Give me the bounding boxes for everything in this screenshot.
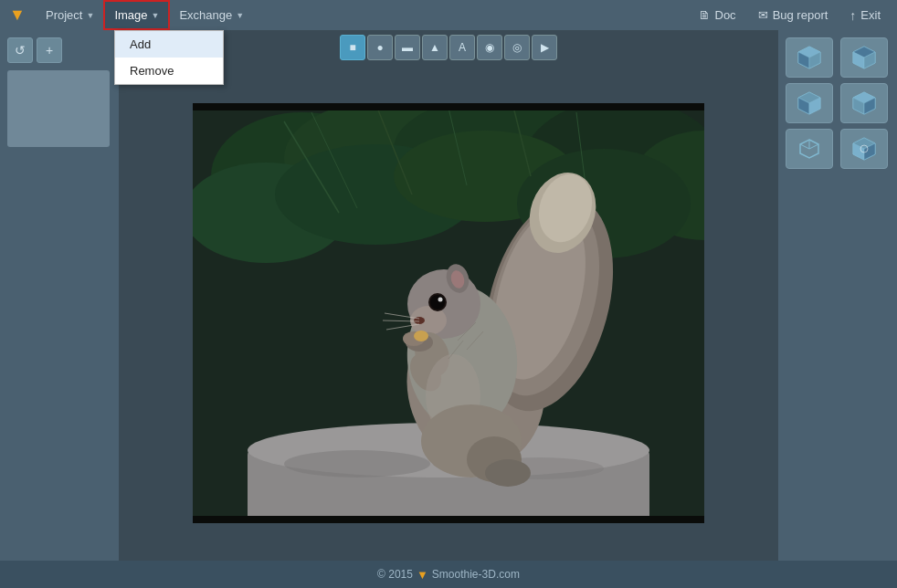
rotate-button[interactable]: ↺ xyxy=(7,37,33,63)
svg-point-32 xyxy=(430,295,445,310)
image-display-area xyxy=(119,65,778,561)
add-icon: + xyxy=(46,43,53,58)
footer-logo-icon: ▼ xyxy=(417,568,428,582)
tool-dot1[interactable]: ◉ xyxy=(477,35,502,60)
thumbnail-preview xyxy=(7,70,110,147)
svg-rect-52 xyxy=(193,516,704,523)
image-arrow: ▼ xyxy=(152,11,160,20)
add-layer-button[interactable]: + xyxy=(37,37,62,63)
cube-grid xyxy=(786,37,890,169)
svg-line-71 xyxy=(809,144,818,149)
project-arrow: ▼ xyxy=(86,11,94,20)
svg-point-33 xyxy=(438,297,443,301)
exchange-menu[interactable]: Exchange ▼ xyxy=(170,0,253,30)
cube-view-5[interactable] xyxy=(786,129,833,169)
menubar: ▼ Project ▼ Image ▼ Exchange ▼ 🗎 Doc ✉ B… xyxy=(0,0,897,30)
tool-square[interactable]: ■ xyxy=(340,35,365,60)
tool-text[interactable]: A xyxy=(449,35,475,60)
exchange-arrow: ▼ xyxy=(236,11,244,20)
tool-arrow[interactable]: ▶ xyxy=(532,35,557,60)
doc-icon: 🗎 xyxy=(699,8,711,22)
footer-copyright: © 2015 xyxy=(377,568,413,581)
svg-rect-51 xyxy=(193,103,704,110)
app-logo: ▼ xyxy=(7,5,27,26)
tool-dot2[interactable]: ◎ xyxy=(504,35,530,60)
tool-circle[interactable]: ● xyxy=(367,35,393,60)
tool-triangle[interactable]: ▲ xyxy=(422,35,448,60)
rotate-icon: ↺ xyxy=(15,43,26,58)
cube-view-4[interactable] xyxy=(840,83,888,123)
exit-icon: ↑ xyxy=(850,8,856,23)
dropdown-add[interactable]: Add xyxy=(115,31,223,58)
bug-icon: ✉ xyxy=(758,8,768,22)
footer-site: Smoothie-3D.com xyxy=(432,568,520,581)
tool-rect[interactable]: ▬ xyxy=(395,35,420,60)
doc-button[interactable]: 🗎 Doc xyxy=(690,5,745,26)
main-canvas: ■ ● ▬ ▲ A ◉ ◎ ▶ xyxy=(119,30,778,561)
footer: © 2015 ▼ Smoothie-3D.com xyxy=(0,561,897,588)
squirrel-image xyxy=(193,103,704,523)
exit-button[interactable]: ↑ Exit xyxy=(840,5,890,26)
svg-point-19 xyxy=(284,450,430,478)
cube-view-2[interactable] xyxy=(840,37,888,78)
svg-line-72 xyxy=(800,144,809,149)
project-menu[interactable]: Project ▼ xyxy=(37,0,103,30)
left-panel: ↺ + xyxy=(0,30,119,588)
cube-view-3[interactable] xyxy=(786,83,833,123)
image-dropdown-menu: Add Remove xyxy=(114,30,224,85)
menubar-right: 🗎 Doc ✉ Bug report ↑ Exit xyxy=(690,5,891,26)
left-toolbar: ↺ + xyxy=(7,37,111,63)
bug-report-button[interactable]: ✉ Bug report xyxy=(749,5,838,26)
dropdown-remove[interactable]: Remove xyxy=(115,58,223,84)
right-panel xyxy=(778,30,897,588)
svg-point-44 xyxy=(485,459,531,487)
cube-view-1[interactable] xyxy=(786,37,833,78)
cube-view-6[interactable] xyxy=(840,129,888,169)
svg-point-40 xyxy=(414,331,428,341)
image-menu[interactable]: Image ▼ xyxy=(103,0,170,30)
